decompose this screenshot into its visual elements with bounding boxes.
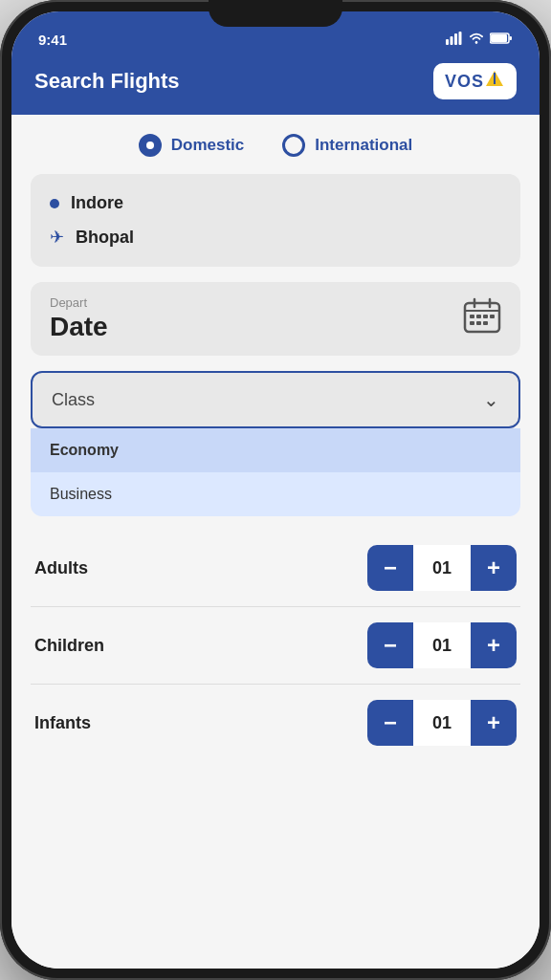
to-city: Bhopal: [76, 228, 134, 248]
economy-label: Economy: [50, 442, 119, 458]
from-city: Indore: [71, 193, 123, 213]
adults-value: 01: [413, 545, 471, 591]
business-option[interactable]: Business: [31, 472, 520, 516]
domestic-radio[interactable]: [139, 134, 162, 157]
svg-rect-19: [476, 321, 481, 325]
adults-label: Adults: [34, 558, 88, 578]
from-dot-icon: [50, 199, 59, 208]
chevron-down-icon: ⌄: [483, 388, 499, 411]
phone-shell: 9:41: [0, 0, 551, 980]
route-card[interactable]: Indore ✈ Bhopal: [31, 174, 520, 267]
children-decrement-button[interactable]: −: [367, 622, 413, 668]
domestic-label: Domestic: [171, 136, 245, 155]
to-route-item: ✈ Bhopal: [50, 223, 501, 251]
svg-point-4: [475, 41, 478, 44]
status-time: 9:41: [38, 32, 67, 48]
svg-rect-3: [459, 32, 462, 45]
flight-type-row: Domestic International: [31, 134, 520, 157]
divider-2: [31, 684, 520, 685]
svg-rect-7: [510, 36, 513, 40]
logo-icon: [484, 69, 505, 94]
class-label: Class: [52, 390, 95, 410]
infants-decrement-button[interactable]: −: [367, 700, 413, 746]
status-icons: [446, 32, 513, 48]
adults-counter: − 01 +: [367, 545, 517, 591]
battery-icon: [490, 33, 513, 47]
svg-rect-15: [476, 315, 481, 318]
adults-decrement-button[interactable]: −: [367, 545, 413, 591]
from-route-item: Indore: [50, 189, 501, 217]
date-info: Depart Date: [50, 295, 108, 342]
logo-badge: VOS: [433, 63, 517, 99]
date-card[interactable]: Depart Date: [31, 282, 520, 356]
svg-rect-20: [483, 321, 488, 325]
page-title: Search Flights: [34, 69, 180, 94]
class-options-list: Economy Business: [31, 428, 520, 516]
children-row: Children − 01 +: [31, 609, 520, 682]
calendar-icon[interactable]: [463, 297, 501, 341]
svg-rect-18: [470, 321, 474, 325]
international-option[interactable]: International: [282, 134, 412, 157]
content-area: Domestic International Indore ✈ Bhopal: [11, 115, 540, 969]
international-radio[interactable]: [282, 134, 305, 157]
children-value: 01: [413, 622, 471, 668]
plane-icon: ✈: [50, 227, 64, 248]
adults-row: Adults − 01 +: [31, 532, 520, 604]
svg-rect-0: [446, 39, 449, 45]
infants-row: Infants − 01 +: [31, 686, 520, 759]
children-counter: − 01 +: [367, 622, 517, 668]
svg-rect-16: [483, 315, 488, 318]
children-label: Children: [34, 636, 104, 656]
phone-screen: 9:41: [11, 11, 540, 969]
business-label: Business: [50, 486, 112, 502]
infants-counter: − 01 +: [367, 700, 517, 746]
svg-rect-6: [491, 34, 507, 42]
app-header: Search Flights VOS: [11, 54, 540, 115]
economy-option[interactable]: Economy: [31, 428, 520, 472]
infants-increment-button[interactable]: +: [471, 700, 517, 746]
infants-value: 01: [413, 700, 471, 746]
logo-text: VOS: [445, 72, 484, 92]
class-dropdown[interactable]: Class ⌄: [31, 371, 520, 428]
infants-label: Infants: [34, 713, 91, 733]
wifi-icon: [468, 32, 485, 48]
date-value: Date: [50, 312, 108, 342]
divider-1: [31, 606, 520, 607]
adults-increment-button[interactable]: +: [471, 545, 517, 591]
signal-icon: [446, 32, 463, 48]
svg-rect-1: [451, 36, 453, 45]
depart-label: Depart: [50, 295, 108, 310]
international-label: International: [315, 136, 412, 155]
svg-rect-17: [490, 315, 495, 318]
svg-rect-14: [470, 315, 474, 318]
svg-rect-2: [454, 33, 457, 45]
children-increment-button[interactable]: +: [471, 622, 517, 668]
notch: [209, 0, 342, 27]
domestic-option[interactable]: Domestic: [139, 134, 245, 157]
